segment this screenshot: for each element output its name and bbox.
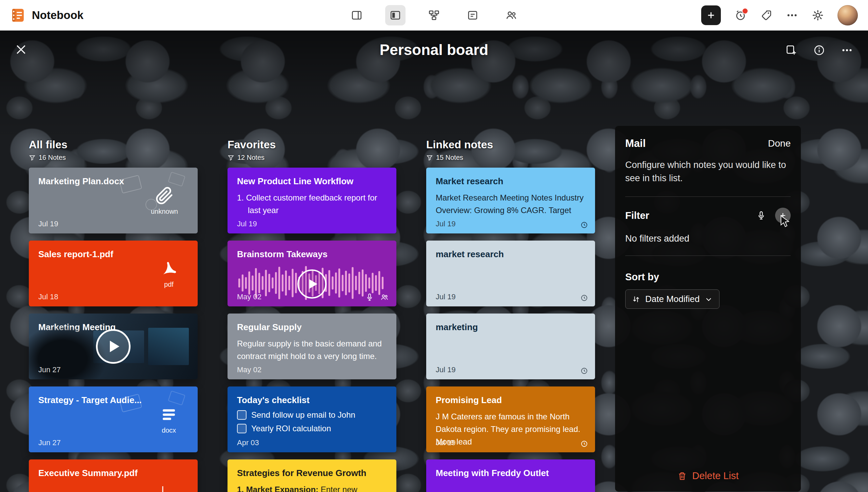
mic-icon <box>756 210 766 221</box>
column-title: All files <box>29 138 198 151</box>
note-card[interactable]: Meeting with Freddy Outlet <box>426 459 595 492</box>
no-filters-text: No filters added <box>625 233 791 244</box>
checklist-item[interactable]: Send follow up email to John <box>237 410 387 420</box>
note-title: market research <box>436 249 586 260</box>
column-filter-count[interactable]: 16 Notes <box>29 154 198 162</box>
new-note-button[interactable] <box>701 5 721 25</box>
note-body: 1. Market Expansion: Enter new <box>237 483 387 492</box>
checkbox[interactable] <box>237 410 246 420</box>
done-button[interactable]: Done <box>768 138 791 149</box>
notification-dot <box>742 8 748 14</box>
file-type-label: unknown <box>151 208 178 215</box>
view-board-icon[interactable] <box>385 5 406 25</box>
filter-section: Filter <box>625 208 791 223</box>
audio-note-card[interactable]: Brainstorm Takeways May 02 <box>228 241 396 306</box>
view-flow-icon[interactable] <box>424 5 444 25</box>
note-body-rest: Enter new <box>318 485 357 492</box>
file-type-badge: pdf <box>160 260 178 288</box>
funnel-icon <box>426 154 433 161</box>
note-date: Jul 19 <box>38 220 58 228</box>
view-switcher <box>347 5 521 25</box>
chevron-down-icon <box>704 295 713 304</box>
note-card[interactable]: Executive Summary.pdf <box>29 459 198 492</box>
add-list-button[interactable] <box>785 44 797 56</box>
note-title: Promising Lead <box>436 395 586 406</box>
info-icon <box>813 44 825 56</box>
pdf-icon <box>160 260 178 278</box>
note-card[interactable]: Regular Supply Regular supply is the bas… <box>228 314 396 379</box>
reminders-button[interactable] <box>734 9 747 21</box>
app-logo[interactable]: Notebook <box>10 7 83 23</box>
note-card[interactable]: market research Jul 19 <box>426 241 595 306</box>
board-header: Personal board <box>0 31 868 78</box>
note-card[interactable]: Strategies for Revenue Growth 1. Market … <box>228 459 396 492</box>
note-title: Market research <box>436 176 586 187</box>
view-panel-icon[interactable] <box>347 5 367 25</box>
file-type-badge: unknown <box>151 187 178 215</box>
column-filter-count[interactable]: 12 Notes <box>228 154 396 162</box>
note-title: Executive Summary.pdf <box>38 468 188 479</box>
note-card[interactable]: Sales report-1.pdf pdf Jul 18 <box>29 241 198 306</box>
checklist-item-label: Send follow up email to John <box>251 410 355 420</box>
more-options-button[interactable] <box>786 9 798 21</box>
voice-filter-button[interactable] <box>756 210 766 221</box>
note-body: Regular supply is the basic demand and c… <box>237 337 387 362</box>
reminder-clock-icon <box>580 221 588 229</box>
board-more-button[interactable] <box>841 44 853 56</box>
gear-icon <box>812 9 824 21</box>
note-card[interactable]: Marketing Plan.docx unknown Jul 19 <box>29 168 198 233</box>
note-date: Jul 19 <box>237 220 257 228</box>
sort-by-label: Sort by <box>625 271 791 283</box>
note-title: Sales report-1.pdf <box>38 249 188 260</box>
delete-list-button[interactable]: Delete List <box>625 470 791 481</box>
panel-header: Mail Done <box>625 137 791 150</box>
play-button[interactable] <box>96 329 131 364</box>
reminder-clock-icon <box>580 294 588 302</box>
column-all-files: All files 16 Notes Marketing Plan.docx u… <box>29 138 198 492</box>
note-title: Marketing Plan.docx <box>38 176 188 187</box>
tags-button[interactable] <box>760 9 772 21</box>
note-date: Jul 19 <box>436 292 456 301</box>
checklist-item[interactable]: Yearly ROI calculation <box>237 424 387 433</box>
board-actions <box>785 44 853 56</box>
column-title: Favorites <box>228 138 396 151</box>
panel-title: Mail <box>625 137 646 150</box>
note-card[interactable]: Promising Lead J M Caterers are famous i… <box>426 386 595 452</box>
note-title: Meeting with Freddy Outlet <box>436 468 586 479</box>
note-date: Apr 03 <box>237 438 259 447</box>
user-avatar[interactable] <box>837 5 858 25</box>
note-card[interactable]: marketing Jul 19 <box>426 314 595 379</box>
divider <box>625 256 791 256</box>
add-list-icon <box>785 44 797 56</box>
audio-card-icons <box>365 293 389 302</box>
settings-button[interactable] <box>812 9 824 21</box>
note-title: New Product Line Workflow <box>237 176 387 187</box>
tag-icon <box>760 9 772 21</box>
note-card[interactable]: Strategy - Target Audie... docx Jun 27 <box>29 386 198 452</box>
note-date: May 02 <box>237 292 261 301</box>
board-info-button[interactable] <box>813 44 825 56</box>
note-date: May 02 <box>237 365 261 374</box>
paperclip-icon <box>155 187 174 205</box>
note-card[interactable]: New Product Line Workflow 1. Collect cus… <box>228 168 396 233</box>
video-note-card[interactable]: Marketing Meeting Jun 27 <box>29 314 198 379</box>
note-card[interactable]: Market research Market Research Meeting … <box>426 168 595 233</box>
pen-icon <box>157 485 169 492</box>
delete-list-label: Delete List <box>692 470 738 481</box>
sort-dropdown[interactable]: Date Modified <box>625 289 719 309</box>
plus-icon <box>779 211 787 220</box>
ellipsis-icon <box>786 9 798 21</box>
note-title: Strategies for Revenue Growth <box>237 468 387 479</box>
checkbox[interactable] <box>237 424 246 433</box>
add-filter-button[interactable] <box>775 208 791 223</box>
checklist-note-card[interactable]: Today's checklist Send follow up email t… <box>228 386 396 452</box>
note-body: Market Research Meeting Notes Industry O… <box>436 191 586 216</box>
view-people-icon[interactable] <box>501 5 521 25</box>
checklist-item-label: Yearly ROI calculation <box>251 424 331 433</box>
view-notes-icon[interactable] <box>462 5 483 25</box>
note-title: Brainstorm Takeways <box>237 249 387 260</box>
reminder-clock-icon <box>580 367 588 375</box>
column-filter-count[interactable]: 15 Notes <box>426 154 595 162</box>
play-button[interactable] <box>297 269 327 299</box>
funnel-icon <box>29 154 36 161</box>
